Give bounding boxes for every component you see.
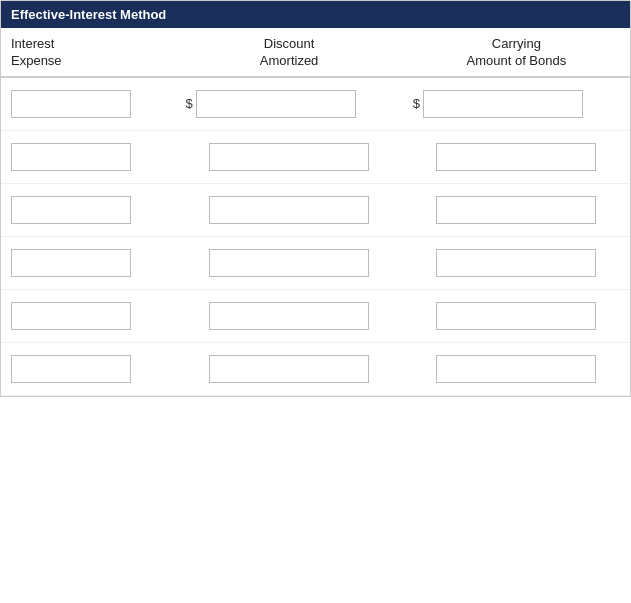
interest-input-1[interactable] xyxy=(11,90,131,118)
interest-cell-1 xyxy=(1,90,175,118)
header-title: Effective-Interest Method xyxy=(11,7,166,22)
interest-cell-2 xyxy=(1,143,175,171)
carrying-input-2[interactable] xyxy=(436,143,596,171)
carrying-cell-6 xyxy=(403,355,630,383)
carrying-amount-header: Carrying Amount of Bonds xyxy=(403,36,630,70)
table-row xyxy=(1,184,630,237)
discount-input-5[interactable] xyxy=(209,302,369,330)
interest-input-3[interactable] xyxy=(11,196,131,224)
discount-cell-2 xyxy=(175,143,402,171)
discount-cell-6 xyxy=(175,355,402,383)
carrying-input-5[interactable] xyxy=(436,302,596,330)
discount-input-6[interactable] xyxy=(209,355,369,383)
carrying-cell-5 xyxy=(403,302,630,330)
interest-cell-3 xyxy=(1,196,175,224)
carrying-input-4[interactable] xyxy=(436,249,596,277)
interest-input-4[interactable] xyxy=(11,249,131,277)
discount-cell-5 xyxy=(175,302,402,330)
column-headers: Interest Expense Discount Amortized Carr… xyxy=(1,28,630,78)
discount-cell-1: $ xyxy=(175,90,402,118)
table-row xyxy=(1,131,630,184)
discount-amortized-header: Discount Amortized xyxy=(175,36,402,70)
interest-cell-6 xyxy=(1,355,175,383)
carrying-cell-1: $ xyxy=(403,90,630,118)
discount-input-2[interactable] xyxy=(209,143,369,171)
interest-input-5[interactable] xyxy=(11,302,131,330)
discount-cell-4 xyxy=(175,249,402,277)
interest-input-2[interactable] xyxy=(11,143,131,171)
carrying-input-3[interactable] xyxy=(436,196,596,224)
carrying-input-6[interactable] xyxy=(436,355,596,383)
carrying-cell-4 xyxy=(403,249,630,277)
table-row xyxy=(1,290,630,343)
discount-input-4[interactable] xyxy=(209,249,369,277)
carrying-cell-3 xyxy=(403,196,630,224)
discount-input-1[interactable] xyxy=(196,90,356,118)
carrying-input-1[interactable] xyxy=(423,90,583,118)
interest-cell-4 xyxy=(1,249,175,277)
dollar-sign-carrying: $ xyxy=(413,96,420,111)
discount-cell-3 xyxy=(175,196,402,224)
table-row xyxy=(1,343,630,396)
carrying-cell-2 xyxy=(403,143,630,171)
discount-input-3[interactable] xyxy=(209,196,369,224)
table-row: $ $ xyxy=(1,78,630,131)
table-row xyxy=(1,237,630,290)
interest-input-6[interactable] xyxy=(11,355,131,383)
effective-interest-table: Effective-Interest Method Interest Expen… xyxy=(0,0,631,397)
table-header: Effective-Interest Method xyxy=(1,1,630,28)
interest-cell-5 xyxy=(1,302,175,330)
interest-expense-header: Interest Expense xyxy=(1,36,175,70)
dollar-sign-discount: $ xyxy=(185,96,192,111)
